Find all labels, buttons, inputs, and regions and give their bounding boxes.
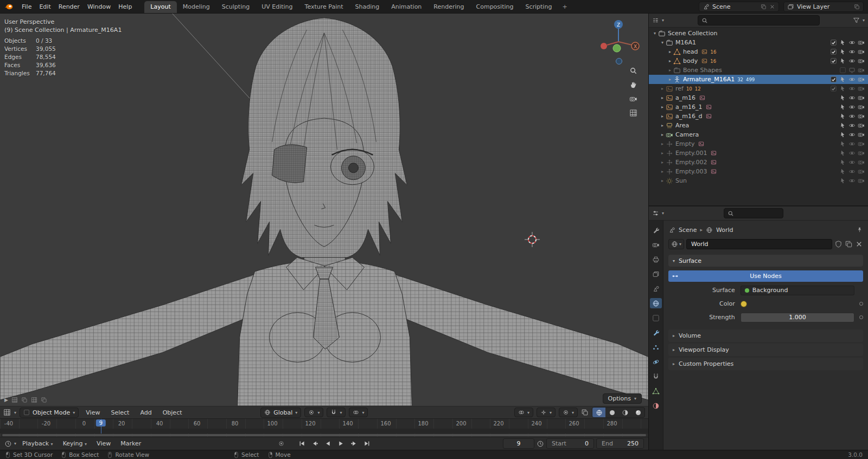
collapse-arrow-icon[interactable]: ▾: [652, 31, 658, 36]
outliner-row-empty-003[interactable]: ▸ Empty.003: [649, 167, 868, 176]
eye-icon[interactable]: [848, 159, 856, 166]
expand-arrow-icon[interactable]: ▸: [667, 77, 673, 82]
filter-icon[interactable]: [853, 17, 860, 24]
grid-toggle-icon[interactable]: [21, 397, 28, 403]
selectable-icon[interactable]: [839, 94, 846, 101]
overlays-dropdown[interactable]: ▾: [559, 408, 578, 417]
outliner-row-body[interactable]: ▸ body 16: [649, 56, 868, 66]
eye-icon[interactable]: [848, 150, 856, 157]
tab-tool[interactable]: [650, 225, 662, 235]
selectable-icon[interactable]: [839, 122, 846, 129]
editor-type-icon[interactable]: [4, 440, 12, 448]
checkbox-icon[interactable]: [839, 67, 846, 74]
checkbox-icon[interactable]: [830, 85, 837, 92]
unlink-icon[interactable]: [855, 240, 863, 248]
menu-window[interactable]: Window: [84, 2, 114, 12]
eye-icon[interactable]: [848, 168, 856, 175]
tab-animation[interactable]: Animation: [385, 1, 427, 13]
editor-type-icon[interactable]: [3, 409, 11, 416]
editor-type-icon[interactable]: [652, 17, 659, 24]
menu-add[interactable]: Add: [136, 408, 155, 418]
collapse-arrow-icon[interactable]: ▾: [659, 40, 666, 45]
render-visibility-icon[interactable]: [858, 168, 865, 175]
outliner-row-scene-collection[interactable]: ▾ Scene Collection: [649, 29, 868, 38]
animate-property-icon[interactable]: [859, 315, 863, 319]
proportional-edit-dropdown[interactable]: ▾: [349, 408, 368, 417]
xray-toggle-icon[interactable]: [581, 409, 589, 416]
breadcrumb-scene[interactable]: Scene: [679, 227, 697, 234]
expand-arrow-icon[interactable]: ▸: [659, 151, 666, 156]
render-visibility-icon[interactable]: [858, 177, 865, 184]
expand-arrow-icon[interactable]: ▸: [659, 132, 666, 137]
mode-dropdown[interactable]: Object Mode ▾: [20, 408, 79, 418]
tab-object[interactable]: [650, 313, 662, 323]
checkbox-icon[interactable]: [830, 48, 837, 55]
options-button[interactable]: Options ▾: [603, 393, 642, 404]
screen-visibility-icon[interactable]: [848, 67, 856, 74]
add-workspace-button[interactable]: +: [558, 1, 571, 13]
menu-object[interactable]: Object: [159, 408, 186, 418]
world-name-field[interactable]: World: [686, 239, 832, 249]
surface-panel-header[interactable]: ▾ Surface: [668, 255, 863, 267]
pan-hand-icon[interactable]: [629, 81, 637, 89]
selectable-icon[interactable]: [839, 48, 846, 55]
outliner-row-head[interactable]: ▸ head 16: [649, 47, 868, 56]
copy-icon[interactable]: [854, 4, 860, 10]
render-visibility-icon[interactable]: [858, 150, 865, 157]
current-frame-field[interactable]: 9: [503, 438, 534, 449]
outliner-search[interactable]: [698, 15, 820, 25]
selectable-icon[interactable]: [839, 113, 846, 120]
tab-material[interactable]: [650, 400, 662, 411]
new-copy-icon[interactable]: [845, 240, 853, 248]
tab-sculpting[interactable]: Sculpting: [216, 1, 256, 13]
checkbox-icon[interactable]: [830, 39, 837, 46]
selectable-icon[interactable]: [839, 131, 846, 138]
expand-arrow-icon[interactable]: ▸: [659, 95, 666, 100]
use-nodes-button[interactable]: Use Nodes: [668, 270, 863, 282]
render-visibility-icon[interactable]: [858, 67, 865, 74]
animate-property-icon[interactable]: [859, 302, 863, 306]
viewport-3d[interactable]: User Perspective (9) Scene Collection | …: [0, 14, 648, 406]
shading-solid-button[interactable]: [605, 408, 618, 417]
expand-arrow-icon[interactable]: ▸: [667, 59, 673, 63]
pivot-point-dropdown[interactable]: ▾: [304, 408, 323, 417]
frame-start-field[interactable]: Start 0: [546, 438, 594, 449]
menu-help[interactable]: Help: [114, 2, 136, 12]
tab-texture-paint[interactable]: Texture Paint: [299, 1, 349, 13]
editor-type-icon[interactable]: [652, 210, 659, 217]
eye-icon[interactable]: [848, 122, 856, 129]
tab-layout[interactable]: Layout: [144, 1, 176, 13]
selectable-icon[interactable]: [839, 76, 846, 83]
selectable-icon[interactable]: [839, 177, 846, 184]
custom-properties-panel-header[interactable]: ▸ Custom Properties: [668, 358, 863, 370]
frame-end-field[interactable]: End 250: [596, 438, 644, 449]
next-keyframe-button[interactable]: [348, 439, 360, 449]
color-swatch[interactable]: [741, 301, 747, 307]
render-visibility-icon[interactable]: [858, 104, 865, 111]
outliner-row-a-m16-1[interactable]: ▸ a_m16_1: [649, 102, 868, 112]
checkbox-icon[interactable]: [830, 76, 837, 83]
transform-orientation-dropdown[interactable]: Global ▾: [260, 408, 301, 418]
expand-arrow-icon[interactable]: ▸: [659, 86, 666, 91]
grid-toggle-icon[interactable]: [31, 397, 37, 403]
timeline-track[interactable]: [0, 429, 648, 434]
expand-arrow-icon[interactable]: ▸: [659, 123, 666, 128]
eye-icon[interactable]: [848, 39, 856, 46]
strength-slider[interactable]: 1.000: [741, 313, 854, 322]
tab-world[interactable]: [650, 298, 662, 308]
shading-rendered-button[interactable]: [631, 408, 644, 417]
outliner-row-a-m16[interactable]: ▸ a_m16: [649, 93, 868, 102]
menu-select[interactable]: Select: [107, 408, 133, 418]
tab-object-data[interactable]: [650, 386, 662, 396]
expand-arrow-icon[interactable]: ▸: [659, 114, 666, 119]
outliner-row-empty-002[interactable]: ▸ Empty.002: [649, 158, 868, 167]
outliner-row-sun[interactable]: ▸ Sun: [649, 176, 868, 185]
expand-arrow-icon[interactable]: ▸: [659, 141, 666, 146]
eye-icon[interactable]: [848, 94, 856, 101]
menu-view[interactable]: View: [82, 408, 104, 418]
shading-wireframe-button[interactable]: [592, 408, 605, 417]
render-visibility-icon[interactable]: [858, 76, 865, 83]
shading-material-button[interactable]: [618, 408, 631, 417]
jump-to-end-button[interactable]: [361, 439, 373, 449]
close-icon[interactable]: [769, 4, 775, 10]
